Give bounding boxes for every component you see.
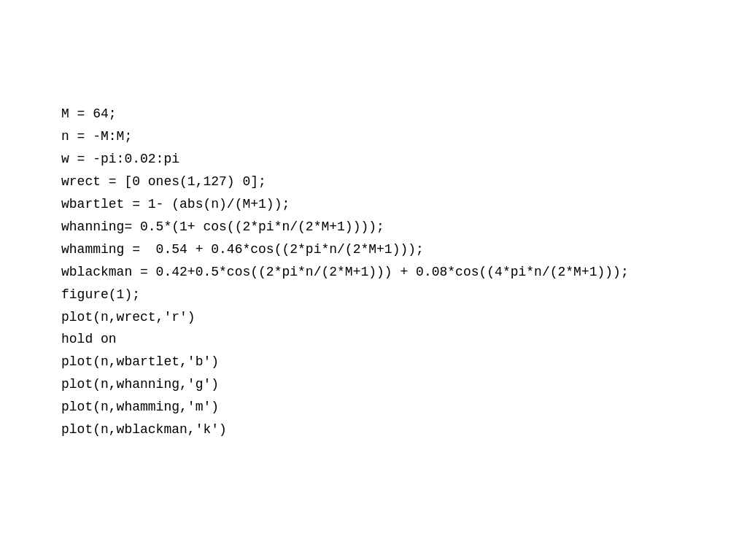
code-line-4: wrect = [0 ones(1,127) 0]; — [61, 171, 629, 193]
code-line-8: wblackman = 0.42+0.5*cos((2*pi*n/(2*M+1)… — [61, 261, 629, 284]
code-line-1: M = 64; — [61, 103, 629, 125]
code-line-15: plot(n,wblackman,'k') — [61, 419, 629, 441]
code-line-3: w = -pi:0.02:pi — [61, 148, 629, 171]
code-line-7: whamming = 0.54 + 0.46*cos((2*pi*n/(2*M+… — [61, 238, 629, 261]
code-line-12: plot(n,wbartlet,'b') — [61, 351, 629, 373]
code-line-10: plot(n,wrect,'r') — [61, 306, 629, 329]
code-line-13: plot(n,whanning,'g') — [61, 373, 629, 396]
code-line-11: hold on — [61, 328, 629, 351]
code-line-2: n = -M:M; — [61, 125, 629, 148]
code-block: M = 64;n = -M:M;w = -pi:0.02:piwrect = [… — [61, 80, 629, 441]
code-line-6: whanning= 0.5*(1+ cos((2*pi*n/(2*M+1))))… — [61, 216, 629, 238]
code-line-5: wbartlet = 1- (abs(n)/(M+1)); — [61, 193, 629, 216]
code-line-14: plot(n,whamming,'m') — [61, 396, 629, 419]
code-line-9: figure(1); — [61, 284, 629, 306]
